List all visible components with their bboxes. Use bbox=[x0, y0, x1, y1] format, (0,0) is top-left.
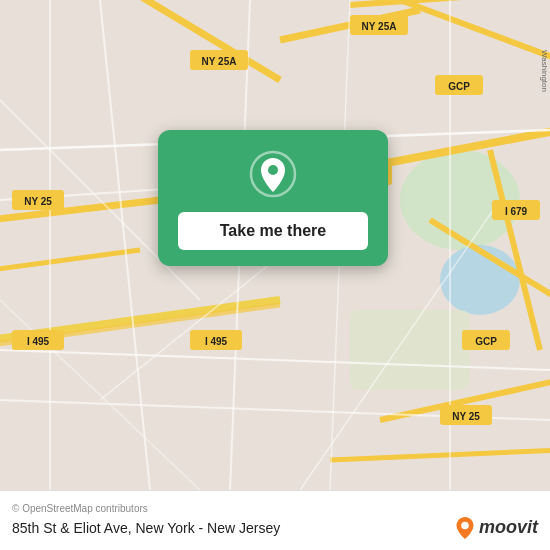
svg-text:NY 25: NY 25 bbox=[452, 411, 480, 422]
svg-rect-3 bbox=[350, 310, 470, 390]
svg-point-2 bbox=[440, 245, 520, 315]
copyright-text: © OpenStreetMap contributors bbox=[12, 503, 538, 514]
take-me-there-button[interactable]: Take me there bbox=[178, 212, 368, 250]
svg-text:NY 25A: NY 25A bbox=[202, 56, 237, 67]
svg-text:I 495: I 495 bbox=[27, 336, 50, 347]
svg-point-53 bbox=[461, 521, 469, 529]
svg-text:NY 25: NY 25 bbox=[24, 196, 52, 207]
location-name: 85th St & Eliot Ave, New York - New Jers… bbox=[12, 520, 280, 536]
svg-text:GCP: GCP bbox=[475, 336, 497, 347]
svg-text:I 495: I 495 bbox=[205, 336, 228, 347]
moovit-brand-text: moovit bbox=[479, 517, 538, 538]
map-container: NY 25 NY 25A NY 25A I 495 I 495 I 495 I … bbox=[0, 0, 550, 490]
svg-text:Washington: Washington bbox=[540, 50, 549, 92]
bottom-bar: © OpenStreetMap contributors 85th St & E… bbox=[0, 490, 550, 550]
location-info: 85th St & Eliot Ave, New York - New Jers… bbox=[12, 517, 538, 539]
location-pin-icon bbox=[249, 150, 297, 198]
moovit-pin-icon bbox=[454, 517, 476, 539]
svg-text:I 679: I 679 bbox=[505, 206, 528, 217]
svg-text:GCP: GCP bbox=[448, 81, 470, 92]
svg-point-52 bbox=[268, 165, 278, 175]
moovit-logo: moovit bbox=[454, 517, 538, 539]
svg-text:NY 25A: NY 25A bbox=[362, 21, 397, 32]
location-card: Take me there bbox=[158, 130, 388, 266]
